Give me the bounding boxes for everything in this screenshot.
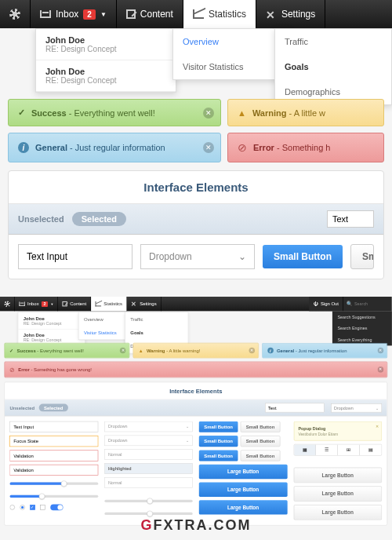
nav-logo[interactable] xyxy=(0,297,15,311)
nav-statistics[interactable]: Statistics xyxy=(183,0,256,28)
large-button-default[interactable]: Large Button xyxy=(293,505,382,520)
tab-selected[interactable]: Selected xyxy=(39,404,68,412)
chart-icon xyxy=(193,9,204,19)
nav-logo[interactable] xyxy=(0,0,31,28)
close-icon[interactable]: ✕ xyxy=(378,367,384,373)
small-button-primary[interactable]: Small Button xyxy=(199,450,238,461)
tab-bar-input[interactable] xyxy=(265,403,325,413)
small-button-default[interactable]: Small Button xyxy=(241,421,281,432)
panel-tab-bar: Unselected Selected xyxy=(9,204,383,235)
toggle[interactable] xyxy=(50,505,63,511)
chart-icon xyxy=(95,301,101,306)
popup-dialog: Popup Dialog Vestibulum Dolor Etiam ✕ xyxy=(293,421,382,441)
validation-input[interactable] xyxy=(9,465,98,476)
slider[interactable] xyxy=(9,483,98,485)
radio-checked[interactable] xyxy=(20,505,24,509)
slider[interactable] xyxy=(104,500,193,502)
slider[interactable] xyxy=(104,513,193,515)
buttons-column: Small Button Small Button Small Button S… xyxy=(199,421,288,520)
submenu-traffic[interactable]: Traffic xyxy=(275,29,391,54)
close-icon[interactable]: ✕ xyxy=(203,108,214,119)
inbox-item[interactable]: John Doe RE: Design Concept xyxy=(36,29,176,60)
warning-icon: ▲ xyxy=(238,108,246,118)
large-button-primary[interactable]: Large Button xyxy=(199,500,288,514)
search-input[interactable] xyxy=(354,301,388,306)
tab-unselected[interactable]: Unselected xyxy=(18,214,64,224)
nav-settings[interactable]: Settings xyxy=(127,297,162,311)
text-input[interactable] xyxy=(18,244,132,269)
dropdown-opt-normal[interactable]: Normal xyxy=(104,477,193,488)
inbox-badge: 2 xyxy=(42,301,48,307)
search-suggestions[interactable]: Search Suggestions xyxy=(332,311,392,323)
small-button-default[interactable]: Small Button xyxy=(241,436,281,447)
dropdown-opt[interactable]: Dropdown⌄ xyxy=(104,436,193,447)
close-icon[interactable]: ✕ xyxy=(249,348,255,354)
close-icon[interactable]: ✕ xyxy=(120,348,126,354)
check-icon: ✓ xyxy=(18,108,25,118)
large-button-primary[interactable]: Large Button xyxy=(199,483,288,497)
small-button-primary[interactable]: Small Button xyxy=(199,436,238,447)
stats-visitor[interactable]: Visitor Statistics › xyxy=(173,54,289,79)
close-icon[interactable]: ✕ xyxy=(378,348,384,354)
nav-statistics-label: Statistics xyxy=(209,9,246,20)
small-button-primary[interactable]: Small Button xyxy=(199,421,238,432)
mini-inbox-dropdown: John Doe RE: Design Concept John Doe RE:… xyxy=(18,312,85,346)
small-button-primary[interactable]: Small Button xyxy=(263,245,343,268)
submenu-goals[interactable]: Goals xyxy=(275,54,391,79)
small-button-default[interactable]: Small Button xyxy=(241,450,281,461)
radio[interactable] xyxy=(9,505,14,509)
seg-item[interactable]: ▤ xyxy=(360,444,381,455)
seg-item[interactable]: ☰ xyxy=(316,444,338,455)
nav-content[interactable]: Content xyxy=(117,0,183,28)
warning-icon: ▲ xyxy=(139,348,143,352)
checkbox-checked[interactable]: ✓ xyxy=(30,505,34,509)
search-engines[interactable]: Search Engines xyxy=(332,323,392,334)
seg-item[interactable]: ⊞ xyxy=(338,444,360,455)
seg-item[interactable]: ▦ xyxy=(294,444,316,455)
inputs-column: ✓ xyxy=(9,421,98,520)
dropdown-opt[interactable]: Dropdown⌄ xyxy=(104,421,193,432)
dropdown-opt-highlighted[interactable]: Highlighted xyxy=(104,463,193,474)
controls-row: ✓ xyxy=(9,505,98,511)
large-button-default[interactable]: Large Button xyxy=(293,486,382,501)
inbox-item[interactable]: John Doe RE: Design Concept xyxy=(18,312,85,330)
inbox-icon xyxy=(19,301,25,305)
statistics-dropdown: Overview › Visitor Statistics › xyxy=(172,28,290,80)
nav-settings[interactable]: Settings xyxy=(256,0,325,28)
slider[interactable] xyxy=(9,495,98,498)
large-button-default[interactable]: Large Button xyxy=(293,468,382,483)
panel-title: Interface Elements xyxy=(9,171,383,204)
validation-input[interactable] xyxy=(9,450,98,461)
small-button-default[interactable]: Sma xyxy=(350,244,374,269)
tab-bar-input[interactable] xyxy=(327,210,374,228)
checkbox[interactable] xyxy=(40,505,45,509)
submenu-goals[interactable]: Goals xyxy=(125,326,188,339)
popup-subtitle: Vestibulum Dolor Etiam xyxy=(298,432,377,436)
inbox-item[interactable]: John Doe RE: Design Concept xyxy=(36,60,176,92)
tab-bar-dropdown[interactable]: Dropdown⌄ xyxy=(331,403,382,412)
alert-info: i General - Just regular information ✕ xyxy=(8,133,221,162)
misc-column: Popup Dialog Vestibulum Dolor Etiam ✕ ▦ … xyxy=(293,421,382,520)
close-icon[interactable]: ✕ xyxy=(203,142,214,153)
submenu-traffic[interactable]: Traffic xyxy=(125,312,188,326)
stats-overview[interactable]: Overview › xyxy=(173,29,289,54)
large-button-primary[interactable]: Large Button xyxy=(199,465,288,479)
nav-signout[interactable]: ⏻ Sign Out xyxy=(309,297,343,311)
nav-content[interactable]: Content xyxy=(58,297,91,311)
mini-preview: Inbox 2 ▼ Content Statistics Settings ⏻ … xyxy=(0,297,392,526)
wrench-icon xyxy=(266,9,277,20)
text-input[interactable] xyxy=(9,421,98,432)
nav-statistics[interactable]: Statistics xyxy=(91,297,127,311)
search-icon: 🔍 xyxy=(347,301,353,307)
dropdown-opt-normal[interactable]: Normal xyxy=(104,449,193,460)
close-icon[interactable]: ✕ xyxy=(376,425,379,429)
nav-inbox-label: Inbox xyxy=(56,9,78,20)
nav-inbox[interactable]: Inbox 2 ▼ xyxy=(15,297,58,311)
focus-input[interactable] xyxy=(9,436,98,447)
tab-unselected[interactable]: Unselected xyxy=(9,405,34,410)
tab-selected[interactable]: Selected xyxy=(72,212,126,226)
nav-inbox[interactable]: Inbox 2 ▼ xyxy=(31,0,117,28)
dropdown-input[interactable]: Dropdown ⌄ xyxy=(140,244,255,269)
alert-warning: ▲ Warning - A little warning! ✕ xyxy=(133,343,259,358)
nav-settings-label: Settings xyxy=(281,9,315,20)
